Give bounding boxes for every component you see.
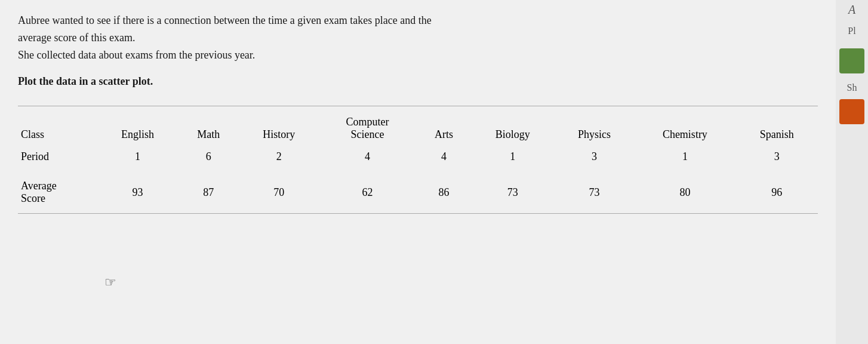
col-computer-science-line1: Computer <box>324 116 410 128</box>
description-line2: average score of this exam. <box>18 29 818 47</box>
avg-english: 93 <box>97 171 177 214</box>
avg-biology: 73 <box>471 171 554 214</box>
period-chemistry: 1 <box>634 142 735 171</box>
period-physics: 3 <box>554 142 634 171</box>
col-biology: Biology <box>471 106 554 143</box>
period-english: 1 <box>97 142 177 171</box>
col-computer-science-line2: Science <box>324 128 410 141</box>
col-history: History <box>239 106 318 143</box>
row-average-score: Average Score 93 87 70 62 86 73 73 80 96 <box>18 171 818 214</box>
col-arts: Arts <box>417 106 471 143</box>
col-chemistry: Chemistry <box>634 106 735 143</box>
right-sidebar: A Pl Sh <box>836 0 868 344</box>
row-period-label: Period <box>18 142 97 171</box>
instruction-text: Plot the data in a scatter plot. <box>18 75 818 88</box>
col-spanish: Spanish <box>735 106 818 143</box>
col-physics: Physics <box>554 106 634 143</box>
col-math: Math <box>177 106 239 143</box>
main-content: Aubree wanted to see if there is a conne… <box>0 0 836 344</box>
sidebar-pl-label: Pl <box>848 26 855 36</box>
period-math: 6 <box>177 142 239 171</box>
avg-spanish: 96 <box>735 171 818 214</box>
table-header-row: Class English Math History Computer Scie… <box>18 106 818 143</box>
avg-score-line1: Average <box>21 180 57 192</box>
avg-arts: 86 <box>417 171 471 214</box>
description-line3: She collected data about exams from the … <box>18 47 818 64</box>
row-period: Period 1 6 2 4 4 1 3 1 3 <box>18 142 818 171</box>
col-computer-science: Computer Science <box>318 106 416 143</box>
data-table: Class English Math History Computer Scie… <box>18 106 818 214</box>
period-history: 2 <box>239 142 318 171</box>
avg-physics: 73 <box>554 171 634 214</box>
period-arts: 4 <box>417 142 471 171</box>
sidebar-sh-label: Sh <box>847 82 857 93</box>
sidebar-green-button[interactable] <box>839 48 864 73</box>
col-class: Class <box>18 106 97 143</box>
sidebar-top-letter: A <box>848 3 855 17</box>
avg-score-line2: Score <box>21 192 45 204</box>
period-spanish: 3 <box>735 142 818 171</box>
col-english: English <box>97 106 177 143</box>
avg-computer-science: 62 <box>318 171 416 214</box>
sidebar-orange-button[interactable] <box>839 99 864 124</box>
avg-history: 70 <box>239 171 318 214</box>
avg-math: 87 <box>177 171 239 214</box>
description-line1: Aubree wanted to see if there is a conne… <box>18 12 818 29</box>
row-average-score-label: Average Score <box>18 171 97 214</box>
avg-chemistry: 80 <box>634 171 735 214</box>
period-computer-science: 4 <box>318 142 416 171</box>
period-biology: 1 <box>471 142 554 171</box>
cursor-pointer: ☞ <box>104 275 116 290</box>
description-block: Aubree wanted to see if there is a conne… <box>18 12 818 63</box>
